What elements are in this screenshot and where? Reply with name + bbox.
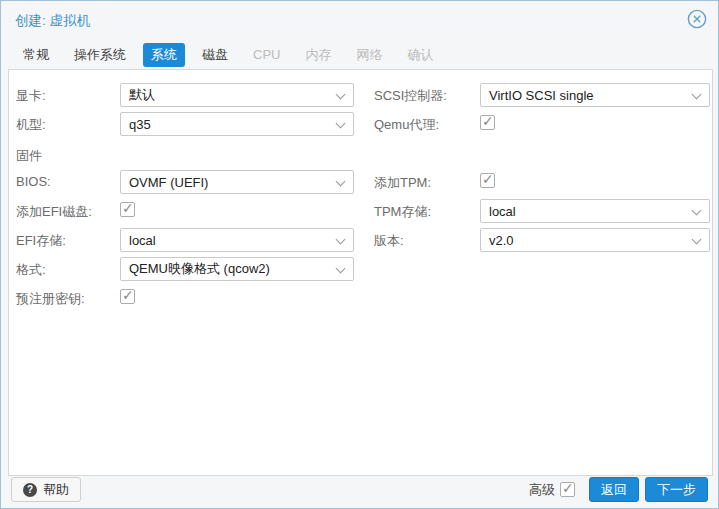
tpm-storage-select[interactable]: local xyxy=(480,199,710,223)
tab-confirm: 确认 xyxy=(399,43,441,67)
chevron-down-icon xyxy=(336,235,346,245)
form-row: SCSI控制器: VirtIO SCSI single xyxy=(374,83,710,112)
pre-enroll-keys-checkbox[interactable] xyxy=(120,289,135,304)
system-form-panel: 显卡: 默认 机型: q35 固件 BI xyxy=(8,69,713,476)
graphics-card-select[interactable]: 默认 xyxy=(120,83,354,107)
bios-label: BIOS: xyxy=(16,170,120,189)
next-button[interactable]: 下一步 xyxy=(645,477,708,502)
machine-type-value: q35 xyxy=(129,117,151,132)
tab-os[interactable]: 操作系统 xyxy=(66,43,134,67)
add-tpm-checkbox[interactable] xyxy=(480,173,495,188)
tpm-storage-label: TPM存储: xyxy=(374,199,480,221)
advanced-checkbox[interactable] xyxy=(560,482,575,497)
tab-cpu: CPU xyxy=(245,43,288,67)
tab-system[interactable]: 系统 xyxy=(143,43,185,67)
tab-network: 网络 xyxy=(348,43,390,67)
form-row: 格式: QEMU映像格式 (qcow2) xyxy=(16,257,354,286)
form-row: 显卡: 默认 xyxy=(16,83,354,112)
chevron-down-icon xyxy=(336,90,346,100)
form-row: 添加TPM: xyxy=(374,170,710,199)
machine-type-select[interactable]: q35 xyxy=(120,112,354,136)
chevron-down-icon xyxy=(692,90,702,100)
tpm-storage-value: local xyxy=(489,204,516,219)
back-button[interactable]: 返回 xyxy=(589,477,639,502)
format-label: 格式: xyxy=(16,257,120,279)
form-row: 机型: q35 xyxy=(16,112,354,141)
dialog-title: 创建: 虚拟机 xyxy=(15,12,90,30)
add-tpm-label: 添加TPM: xyxy=(374,170,480,192)
help-button[interactable]: ? 帮助 xyxy=(11,477,81,502)
create-vm-dialog: 创建: 虚拟机 常规 操作系统 系统 磁盘 CPU 内存 网络 确认 显卡: xyxy=(0,0,719,509)
dialog-footer: ? 帮助 高级 返回 下一步 xyxy=(1,474,718,508)
chevron-down-icon xyxy=(336,119,346,129)
bios-select[interactable]: OVMF (UEFI) xyxy=(120,170,354,194)
form-column-right: SCSI控制器: VirtIO SCSI single Qemu代理: 添加TP… xyxy=(374,83,710,257)
format-value: QEMU映像格式 (qcow2) xyxy=(129,260,270,278)
close-icon[interactable] xyxy=(687,9,707,29)
wizard-tab-bar: 常规 操作系统 系统 磁盘 CPU 内存 网络 确认 xyxy=(15,43,441,67)
efi-disk-label: 添加EFI磁盘: xyxy=(16,199,120,221)
efi-storage-select[interactable]: local xyxy=(120,228,354,252)
firmware-section-label: 固件 xyxy=(16,141,354,170)
form-row: BIOS: OVMF (UEFI) xyxy=(16,170,354,199)
tpm-version-select[interactable]: v2.0 xyxy=(480,228,710,252)
bios-value: OVMF (UEFI) xyxy=(129,175,208,190)
help-icon: ? xyxy=(23,483,37,497)
form-row: Qemu代理: xyxy=(374,112,710,141)
tpm-version-value: v2.0 xyxy=(489,233,514,248)
tab-disks[interactable]: 磁盘 xyxy=(194,43,236,67)
scsi-controller-select[interactable]: VirtIO SCSI single xyxy=(480,83,710,107)
chevron-down-icon xyxy=(336,177,346,187)
efi-storage-value: local xyxy=(129,233,156,248)
chevron-down-icon xyxy=(692,206,702,216)
machine-type-label: 机型: xyxy=(16,112,120,134)
tab-general[interactable]: 常规 xyxy=(15,43,57,67)
help-button-label: 帮助 xyxy=(43,481,69,499)
scsi-controller-label: SCSI控制器: xyxy=(374,83,480,105)
chevron-down-icon xyxy=(336,264,346,274)
form-column-left: 显卡: 默认 机型: q35 固件 BI xyxy=(16,83,354,315)
qemu-agent-label: Qemu代理: xyxy=(374,112,480,134)
form-row: TPM存储: local xyxy=(374,199,710,228)
advanced-label: 高级 xyxy=(529,481,555,499)
footer-actions: 高级 返回 下一步 xyxy=(529,477,708,502)
efi-storage-label: EFI存储: xyxy=(16,228,120,250)
form-row: 版本: v2.0 xyxy=(374,228,710,257)
tab-memory: 内存 xyxy=(297,43,339,67)
form-row: 添加EFI磁盘: xyxy=(16,199,354,228)
pre-enroll-keys-label: 预注册密钥: xyxy=(16,286,120,308)
chevron-down-icon xyxy=(692,235,702,245)
tpm-version-label: 版本: xyxy=(374,228,480,250)
format-select[interactable]: QEMU映像格式 (qcow2) xyxy=(120,257,354,281)
form-row: EFI存储: local xyxy=(16,228,354,257)
dialog-title-bar: 创建: 虚拟机 xyxy=(1,1,718,39)
efi-disk-checkbox[interactable] xyxy=(120,202,135,217)
graphics-card-label: 显卡: xyxy=(16,83,120,105)
qemu-agent-checkbox[interactable] xyxy=(480,115,495,130)
form-row: 预注册密钥: xyxy=(16,286,354,315)
graphics-card-value: 默认 xyxy=(129,86,155,104)
scsi-controller-value: VirtIO SCSI single xyxy=(489,88,594,103)
row-spacer xyxy=(374,141,710,170)
